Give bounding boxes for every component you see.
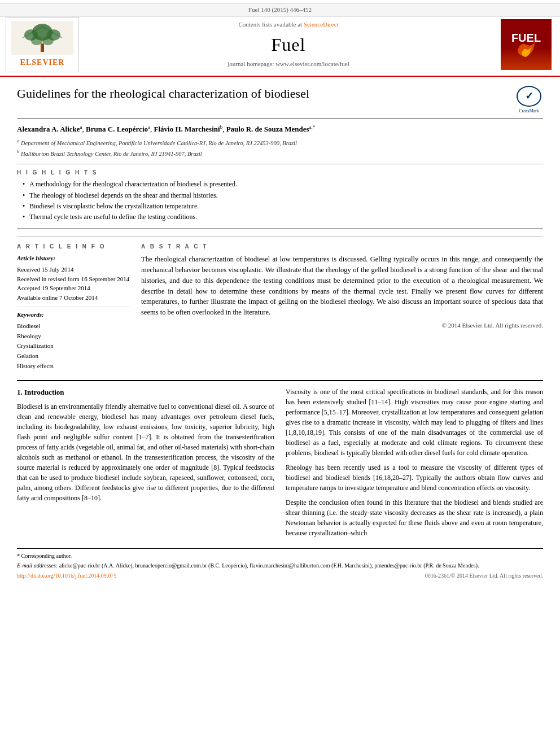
keyword-4: Gelation xyxy=(17,351,130,361)
article-title-section: Guidelines for the rheological character… xyxy=(17,86,543,119)
article-history: Article history: Received 15 July 2014 R… xyxy=(17,254,130,307)
text-col-right: Viscosity is one of the most critical sp… xyxy=(286,387,543,543)
elsevier-image xyxy=(11,21,73,55)
article-info-col: A R T I C L E I N F O Article history: R… xyxy=(17,243,130,371)
page-container: Fuel 140 (2015) 446–452 xyxy=(0,0,560,747)
author-4: Paulo R. de Souza Mendes xyxy=(226,125,309,134)
fuel-logo-area: FUEL xyxy=(498,17,554,72)
article-ref-text: Fuel 140 (2015) 446–452 xyxy=(248,6,312,13)
affiliation-a: a Department of Mechanical Engineering, … xyxy=(17,137,543,147)
keywords-section: Keywords: Biodiesel Rheology Crystalliza… xyxy=(17,311,130,371)
authors-line: Alexandra A. Alickea, Bruna C. Leopércio… xyxy=(17,124,543,135)
fuel-flame xyxy=(501,47,552,70)
revised-date: Received in revised form 16 September 20… xyxy=(17,274,130,284)
abstract-copyright: © 2014 Elsevier Ltd. All rights reserved… xyxy=(141,321,543,330)
intro-paragraph-1: Biodiesel is an environmentally friendly… xyxy=(17,401,274,503)
article-title: Guidelines for the rheological character… xyxy=(17,86,509,102)
highlights-label: H I G H L I G H T S xyxy=(17,169,543,177)
footer-bar: http://dx.doi.org/10.1016/j.fuel.2014.09… xyxy=(17,572,543,580)
crossmark-label: CrossMark xyxy=(519,108,539,115)
highlight-item-3: Biodiesel is viscoplastic below the crys… xyxy=(23,202,543,211)
text-col-left: 1. Introduction Biodiesel is an environm… xyxy=(17,387,274,543)
intro-paragraph-2: Viscosity is one of the most critical sp… xyxy=(286,387,543,458)
elsevier-brand-text: ELSEVIER xyxy=(20,57,65,68)
journal-top-bar: ELSEVIER Contents lists available at Sci… xyxy=(0,17,560,76)
keyword-3: Crystallization xyxy=(17,341,130,351)
sciencedirect-notice: Contents lists available at ScienceDirec… xyxy=(238,20,338,29)
abstract-col: A B S T R A C T The rheological characte… xyxy=(141,243,543,371)
svg-rect-6 xyxy=(41,43,44,52)
accepted-date: Accepted 19 September 2014 xyxy=(17,283,130,293)
keyword-5: History effects xyxy=(17,361,130,372)
svg-text:FUEL: FUEL xyxy=(511,32,541,44)
journal-homepage: journal homepage: www.elsevier.com/locat… xyxy=(228,60,349,69)
journal-name: Fuel xyxy=(272,32,306,58)
author-3: Flávio H. Marchesini xyxy=(154,125,220,134)
main-text-section: 1. Introduction Biodiesel is an environm… xyxy=(17,380,543,543)
doi-link[interactable]: http://dx.doi.org/10.1016/j.fuel.2014.09… xyxy=(17,572,116,580)
keyword-2: Rheology xyxy=(17,331,130,342)
received-date: Received 15 July 2014 xyxy=(17,265,130,274)
email-footnote: E-mail addresses: alicke@puc-rio.br (A.A… xyxy=(17,562,543,570)
abstract-label: A B S T R A C T xyxy=(141,243,543,251)
affiliations: a Department of Mechanical Engineering, … xyxy=(17,137,543,158)
journal-header: Fuel 140 (2015) 446–452 xyxy=(0,0,560,77)
affiliation-b: b Halliburton Brazil Technology Center, … xyxy=(17,148,543,158)
article-ref-bar: Fuel 140 (2015) 446–452 xyxy=(0,3,560,17)
sciencedirect-link[interactable]: ScienceDirect xyxy=(304,21,339,28)
author-1: Alexandra A. Alicke xyxy=(17,125,80,134)
main-content: Guidelines for the rheological character… xyxy=(0,77,560,591)
keyword-1: Biodiesel xyxy=(17,321,130,331)
highlight-item-4: Thermal cycle tests are useful to define… xyxy=(23,212,543,222)
intro-paragraph-4: Despite the conclusion often found in th… xyxy=(286,497,543,538)
article-info-label: A R T I C L E I N F O xyxy=(17,243,130,251)
elsevier-logo: ELSEVIER xyxy=(6,17,79,72)
highlights-list: A methodology for the rheological charac… xyxy=(17,180,543,222)
corresponding-note: * Corresponding author. xyxy=(17,552,543,560)
fuel-logo-box: FUEL xyxy=(501,19,552,70)
highlight-item-2: The rheology of biodiesel depends on the… xyxy=(23,191,543,200)
highlights-section: H I G H L I G H T S A methodology for th… xyxy=(17,164,543,229)
journal-center: Contents lists available at ScienceDirec… xyxy=(79,17,498,72)
available-date: Available online 7 October 2014 xyxy=(17,293,130,303)
author-2: Bruna C. Leopércio xyxy=(86,125,148,134)
two-col-text: 1. Introduction Biodiesel is an environm… xyxy=(17,387,543,543)
abstract-text: The rheological characterization of biod… xyxy=(141,254,543,318)
crossmark-badge[interactable]: ✓ CrossMark xyxy=(515,86,543,114)
info-abstract-section: A R T I C L E I N F O Article history: R… xyxy=(17,237,543,371)
crossmark-icon: ✓ xyxy=(517,86,541,106)
intro-heading: 1. Introduction xyxy=(17,387,274,398)
highlight-item-1: A methodology for the rheological charac… xyxy=(23,180,543,189)
issn-text: 0016-2361/© 2014 Elsevier Ltd. All right… xyxy=(425,572,543,580)
intro-paragraph-3: Rheology has been recently used as a too… xyxy=(286,462,543,493)
keywords-title: Keywords: xyxy=(17,311,130,320)
history-title: Article history: xyxy=(17,254,130,263)
article-footer: * Corresponding author. E-mail addresses… xyxy=(17,548,543,580)
